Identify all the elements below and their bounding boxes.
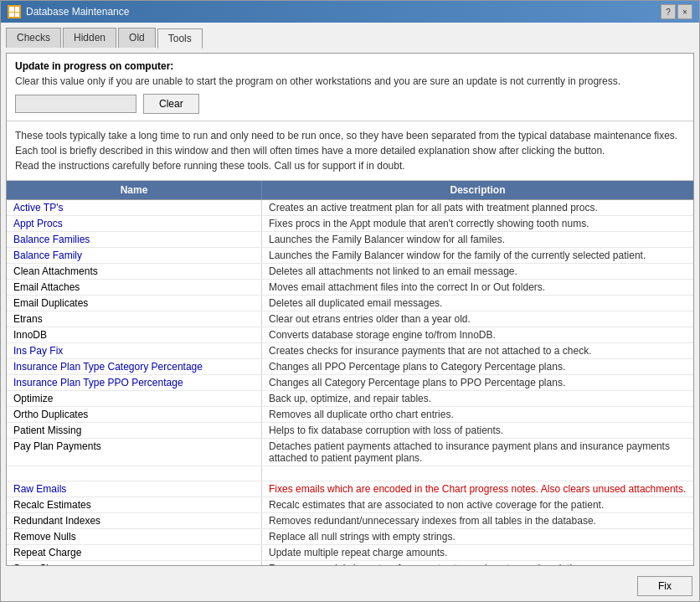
table-row[interactable]: Redundant IndexesRemoves redundant/unnec…: [7, 513, 693, 529]
tool-name[interactable]: [7, 466, 262, 481]
table-row[interactable]: Balance FamilyLaunches the Family Balanc…: [7, 248, 693, 264]
tool-desc: Deletes all duplicated email messages.: [262, 296, 693, 311]
tool-name[interactable]: Balance Family: [7, 248, 262, 263]
tool-desc: Launches the Family Balancer window for …: [262, 248, 693, 263]
tool-name[interactable]: Appt Procs: [7, 216, 262, 231]
tab-checks[interactable]: Checks: [6, 28, 61, 48]
tool-desc: Launches the Family Balancer window for …: [262, 232, 693, 247]
table-row[interactable]: InnoDBConverts database storage engine t…: [7, 327, 693, 343]
table-body: Active TP'sCreates an active treatment p…: [7, 200, 693, 565]
tool-name[interactable]: Spec Char: [7, 561, 262, 565]
tool-name[interactable]: Email Duplicates: [7, 296, 262, 311]
title-bar-left: Database Maintenance: [8, 5, 129, 18]
tool-desc: Removes all duplicate ortho chart entrie…: [262, 407, 693, 422]
table-row[interactable]: Active TP'sCreates an active treatment p…: [7, 200, 693, 216]
tab-hidden[interactable]: Hidden: [63, 28, 116, 48]
tool-desc: Moves email attachment files into the co…: [262, 280, 693, 295]
table-row[interactable]: Remove NullsReplace all null strings wit…: [7, 529, 693, 545]
tab-bar: Checks Hidden Old Tools: [6, 28, 694, 48]
update-value-input[interactable]: [15, 95, 136, 113]
tool-name[interactable]: Recalc Estimates: [7, 497, 262, 512]
table-row[interactable]: Insurance Plan Type PPO PercentageChange…: [7, 375, 693, 391]
tool-name[interactable]: InnoDB: [7, 327, 262, 342]
update-notice-row: Clear: [15, 94, 685, 114]
tool-desc: Removes special characters from appt not…: [262, 561, 693, 565]
tool-desc: Replace all null strings with empty stri…: [262, 529, 693, 544]
description-area: These tools typically take a long time t…: [7, 121, 693, 181]
table-header: Name Description: [7, 181, 693, 200]
tool-desc: Creates checks for insurance payments th…: [262, 343, 693, 358]
table-row[interactable]: Insurance Plan Type Category PercentageC…: [7, 359, 693, 375]
tool-name[interactable]: Redundant Indexes: [7, 513, 262, 528]
tool-name[interactable]: Patient Missing: [7, 423, 262, 438]
table-row[interactable]: Recalc EstimatesRecalc estimates that ar…: [7, 497, 693, 513]
table-row[interactable]: Pay Plan PaymentsDetaches patient paymen…: [7, 439, 693, 466]
tab-tools[interactable]: Tools: [157, 28, 203, 49]
tool-desc: Helps to fix database corruption with lo…: [262, 423, 693, 438]
table-row[interactable]: Repeat ChargeUpdate multiple repeat char…: [7, 545, 693, 561]
desc-line1: These tools typically take a long time t…: [15, 128, 685, 143]
title-bar: Database Maintenance ? ×: [1, 1, 699, 23]
tool-name[interactable]: Active TP's: [7, 200, 262, 215]
close-button[interactable]: ×: [677, 4, 692, 19]
table-row[interactable]: Email AttachesMoves email attachment fil…: [7, 280, 693, 296]
main-panel: Update in progress on computer: Clear th…: [6, 53, 694, 566]
desc-line3: Read the instructions carefully before r…: [15, 158, 685, 173]
tool-desc: Fixes procs in the Appt module that aren…: [262, 216, 693, 231]
tool-desc: Deletes all attachments not linked to an…: [262, 264, 693, 279]
main-window: Database Maintenance ? × Checks Hidden O…: [0, 0, 700, 602]
table-row[interactable]: Spec CharRemoves special characters from…: [7, 561, 693, 565]
tool-desc: Fixes emails which are encoded in the Ch…: [262, 481, 693, 497]
help-button[interactable]: ?: [661, 4, 676, 19]
clear-button[interactable]: Clear: [143, 94, 199, 114]
tools-table: Name Description Active TP'sCreates an a…: [7, 181, 693, 565]
tool-name[interactable]: Email Attaches: [7, 280, 262, 295]
tool-desc: Back up, optimize, and repair tables.: [262, 391, 693, 406]
table-row[interactable]: Clean AttachmentsDeletes all attachments…: [7, 264, 693, 280]
tool-name[interactable]: Ortho Duplicates: [7, 407, 262, 422]
table-row[interactable]: Email DuplicatesDeletes all duplicated e…: [7, 296, 693, 311]
tool-name[interactable]: Remove Nulls: [7, 529, 262, 544]
update-notice-text: Clear this value only if you are unable …: [15, 75, 685, 87]
header-name: Name: [7, 181, 262, 199]
tool-name[interactable]: Insurance Plan Type Category Percentage: [7, 359, 262, 374]
tool-desc: Creates an active treatment plan for all…: [262, 200, 693, 215]
tool-desc: [262, 466, 693, 481]
tool-name[interactable]: Ins Pay Fix: [7, 343, 262, 358]
table-row[interactable]: Ortho DuplicatesRemoves all duplicate or…: [7, 407, 693, 423]
fix-button[interactable]: Fix: [637, 576, 692, 596]
tab-old[interactable]: Old: [118, 28, 156, 48]
table-row[interactable]: OptimizeBack up, optimize, and repair ta…: [7, 391, 693, 407]
tool-desc: Removes redundant/unnecessary indexes fr…: [262, 513, 693, 528]
app-icon: [8, 5, 21, 18]
tool-desc: Detaches patient payments attached to in…: [262, 439, 693, 466]
update-notice-title: Update in progress on computer:: [15, 60, 685, 72]
table-row[interactable]: Patient MissingHelps to fix database cor…: [7, 423, 693, 439]
tool-desc: Update multiple repeat charge amounts.: [262, 545, 693, 560]
table-row[interactable]: Ins Pay FixCreates checks for insurance …: [7, 343, 693, 359]
bottom-bar: Fix: [1, 571, 699, 601]
table-row[interactable]: Balance FamiliesLaunches the Family Bala…: [7, 232, 693, 248]
table-row[interactable]: Appt ProcsFixes procs in the Appt module…: [7, 216, 693, 232]
tool-name[interactable]: Optimize: [7, 391, 262, 406]
tool-name[interactable]: Repeat Charge: [7, 545, 262, 560]
tool-name[interactable]: Pay Plan Payments: [7, 439, 262, 466]
tool-desc: Clear out etrans entries older than a ye…: [262, 311, 693, 327]
window-title: Database Maintenance: [26, 6, 129, 18]
table-row[interactable]: Raw EmailsFixes emails which are encoded…: [7, 481, 693, 497]
content-area: Checks Hidden Old Tools Update in progre…: [1, 23, 699, 571]
tool-name[interactable]: Raw Emails: [7, 481, 262, 497]
tool-name[interactable]: Balance Families: [7, 232, 262, 247]
table-row[interactable]: [7, 466, 693, 481]
tool-name[interactable]: Insurance Plan Type PPO Percentage: [7, 375, 262, 390]
table-row[interactable]: EtransClear out etrans entries older tha…: [7, 311, 693, 327]
tool-desc: Changes all Category Percentage plans to…: [262, 375, 693, 390]
desc-line2: Each tool is briefly described in this w…: [15, 143, 685, 158]
tool-name[interactable]: Clean Attachments: [7, 264, 262, 279]
header-desc: Description: [262, 181, 693, 199]
tool-name[interactable]: Etrans: [7, 311, 262, 327]
tool-desc: Converts database storage engine to/from…: [262, 327, 693, 342]
tool-desc: Changes all PPO Percentage plans to Cate…: [262, 359, 693, 374]
title-buttons: ? ×: [661, 4, 692, 19]
update-notice: Update in progress on computer: Clear th…: [7, 54, 693, 121]
